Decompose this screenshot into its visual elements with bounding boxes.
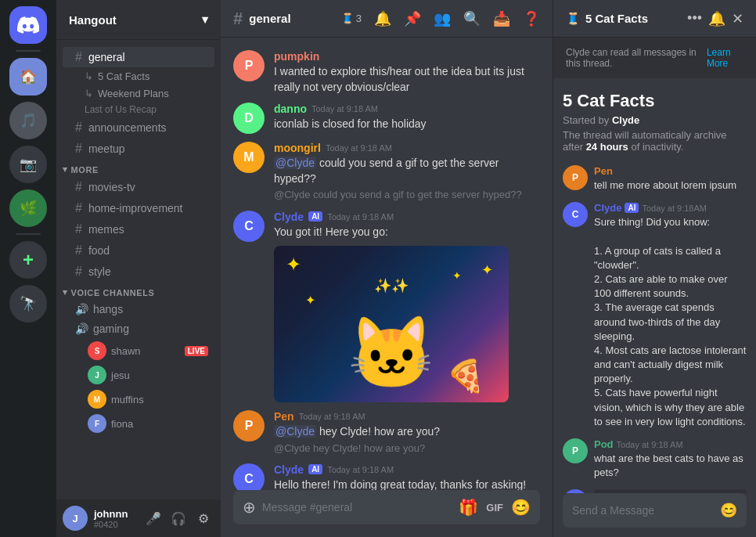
channel-item-style[interactable]: # style [63,261,214,282]
voice-user-shawn[interactable]: S shawn LIVE [63,339,214,362]
message-group-3: M moongirl Today at 9:18 AM @Clyde could… [233,142,540,202]
channel-item-announcements[interactable]: # announcements [63,117,214,138]
channel-item-home-improvement[interactable]: # home-improvement [63,198,214,218]
thread-panel: 🧵 5 Cat Facts ••• 🔔 ✕ Clyde can read all… [553,0,756,537]
thread-msg-2: C Clyde AI Today at 9:18AM Sure thing! D… [563,202,747,429]
thread-archive-notice: The thread will automatically archive af… [563,129,747,153]
thread-item-weekend-plans[interactable]: ↳ Weekend Plans [63,85,214,102]
hash-icon-memes: # [75,222,82,236]
author-pen-1: Pen [274,410,294,423]
microphone-icon[interactable]: 🎤 [142,507,164,529]
more-section-label[interactable]: ▾ MORE [56,160,221,176]
thread-title-block: 5 Cat Facts Started by Clyde The thread … [563,91,747,153]
message-group-6: C Clyde AI Today at 9:18 AM Hello there!… [233,463,540,490]
server-icon-4[interactable]: 🌿 [9,189,47,227]
more-options-icon[interactable]: ••• [687,10,702,27]
channel-item-food[interactable]: # food [63,240,214,261]
user-bar-name: johnnn [94,508,136,520]
avatar-clyde-2: C [233,463,265,490]
plus-icon[interactable]: ⊕ [243,498,256,517]
gift-icon[interactable]: 🎁 [459,498,478,517]
thread-panel-icon: 🧵 [566,12,581,26]
archive-hours: 24 hours [586,141,628,153]
channel-item-memes[interactable]: # memes [63,219,214,240]
thread-emoji-icon[interactable]: 😊 [720,502,737,519]
emoji-icon[interactable]: 😊 [511,498,531,517]
add-server-button[interactable]: + [9,241,47,279]
search-icon[interactable]: 🔍 [463,10,481,27]
channel-item-general[interactable]: # general [63,47,214,67]
voice-label-text: VOICE CHANNELS [71,288,155,297]
server-header[interactable]: Hangout ▾ [56,0,221,40]
voice-user-jesu-name: jesu [111,369,130,381]
author-clyde-1: Clyde [274,211,304,223]
chat-input[interactable] [262,501,452,514]
gif-icon[interactable]: GIF [486,502,503,514]
inbox-icon[interactable]: 📥 [493,10,510,27]
server-divider-2 [16,233,41,235]
thread-author-pod: Pod [594,438,614,450]
hash-icon-ann: # [75,121,82,135]
pin-icon[interactable]: 📌 [404,10,421,27]
explore-button[interactable]: 🔭 [9,285,47,323]
server-icon-2[interactable]: 🎵 [9,102,47,139]
bell-icon[interactable]: 🔔 [374,10,391,27]
voice-user-jesu[interactable]: J jesu [63,363,214,387]
thread-name-label-2: Weekend Plans [98,88,169,99]
server-icon-1[interactable]: 🏠 [9,58,47,96]
channel-name-style: style [88,265,111,278]
thread-msg-header-2: Clyde AI Today at 9:18AM [594,202,747,214]
avatar-muffins: M [88,390,106,409]
thread-info-text: Clyde can read all messages in this thre… [566,47,704,69]
thread-ai-badge-1: AI [625,203,639,213]
voice-section-label[interactable]: ▾ VOICE CHANNELS [56,283,221,299]
voice-user-muffins[interactable]: M muffins [63,387,214,411]
server-icon-3[interactable]: 📷 [9,146,47,183]
thread-item-cat-facts[interactable]: ↳ 5 Cat Facts [63,68,214,85]
thread-message-input[interactable] [572,504,714,517]
voice-user-fiona-name: fiona [111,418,133,430]
hash-icon: # [75,50,82,64]
thread-author-clyde-1: Clyde [594,202,621,214]
close-thread-icon[interactable]: ✕ [732,10,743,27]
author-danno: danno [274,103,307,115]
message-header-4: Clyde AI Today at 9:18 AM [274,211,540,223]
voice-channel-gaming[interactable]: 🔊 gaming [63,319,214,338]
channel-item-movies[interactable]: # movies-tv [63,177,214,197]
voice-user-fiona[interactable]: F fiona [63,412,214,435]
speaker-icon: 🔊 [75,303,88,315]
timestamp-5: Today at 9:18 AM [299,412,365,421]
timestamp-4: Today at 9:18 AM [327,212,394,222]
members-icon[interactable]: 👥 [434,10,451,27]
help-icon[interactable]: ❓ [523,10,540,27]
thread-panel-title-text: 5 Cat Facts [585,12,648,25]
star-4: ✦ [452,269,462,282]
avatar-pen-1: P [233,410,265,441]
message-header-5: Pen Today at 9:18 AM [274,410,540,423]
user-bar-avatar: J [63,506,88,531]
thread-author-pen: Pen [594,165,613,177]
star-1: ✦ [286,254,301,276]
message-group-2: D danno Today at 9:18 AM iconlab is clos… [233,103,540,134]
channel-list: # general ↳ 5 Cat Facts ↳ Weekend Plans … [56,40,221,499]
user-bar-icons: 🎤 🎧 ⚙ [142,507,214,529]
channel-sidebar: Hangout ▾ # general ↳ 5 Cat Facts ↳ Week… [56,0,221,537]
header-icons: 🧵3 🔔 📌 👥 🔍 📥 ❓ [341,10,540,27]
server-icon-discord[interactable] [9,6,47,44]
voice-channel-hangs[interactable]: 🔊 hangs [63,300,214,319]
user-bar: J johnnn #0420 🎤 🎧 ⚙ [56,499,221,537]
hash-icon-meetup: # [75,142,82,156]
thread-input-box: 😊 [563,493,747,528]
headphones-icon[interactable]: 🎧 [167,507,189,529]
thread-started-by: Started by Clyde [563,114,747,126]
settings-icon[interactable]: ⚙ [193,507,214,529]
chat-header: # general 🧵3 🔔 📌 👥 🔍 📥 ❓ [221,0,553,38]
channel-item-meetup[interactable]: # meetup [63,139,214,159]
bell-thread-icon[interactable]: 🔔 [708,10,725,27]
more-label-text: MORE [71,165,99,175]
voice-gaming-label: gaming [93,323,129,335]
thread-messages-area: 5 Cat Facts Started by Clyde The thread … [553,78,756,493]
thread-item-last-recap[interactable]: Last of Us Recap [56,103,221,117]
user-bar-discriminator: #0420 [94,520,136,529]
learn-more-link[interactable]: Learn More [707,47,743,69]
